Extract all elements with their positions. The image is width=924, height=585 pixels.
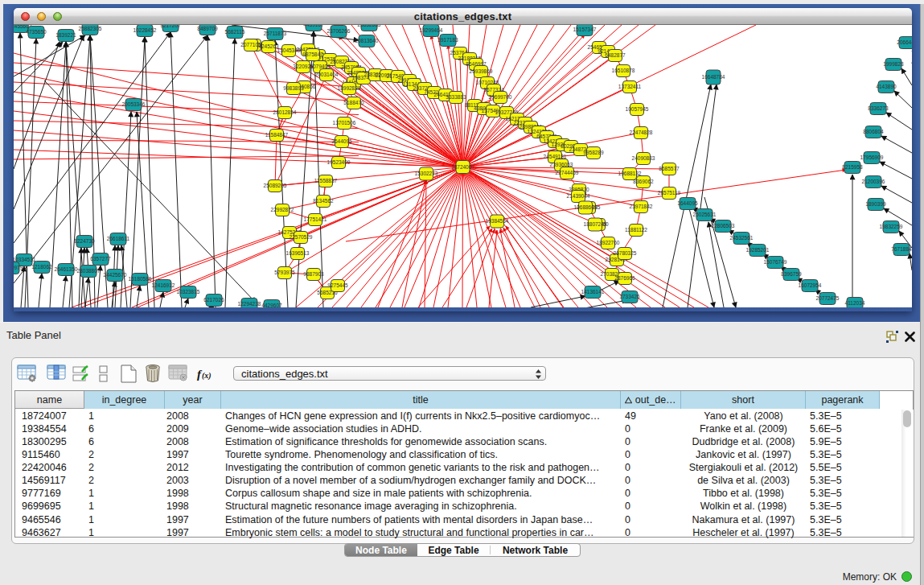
svg-text:20053346: 20053346 [122,101,146,107]
svg-text:15180586: 15180586 [129,276,152,282]
svg-text:3333883: 3333883 [446,94,466,100]
svg-text:10323815: 10323815 [177,289,200,295]
svg-text:8685577: 8685577 [659,166,680,171]
svg-text:4112034: 4112034 [845,300,865,306]
svg-text:8224730: 8224730 [74,238,95,244]
svg-text:6217026: 6217026 [203,297,224,303]
svg-text:1839221: 1839221 [55,32,76,38]
svg-text:28159979: 28159979 [14,265,23,270]
svg-text:24425670: 24425670 [104,272,127,278]
svg-text:25025631: 25025631 [693,212,717,217]
svg-text:16072954: 16072954 [799,282,822,288]
svg-text:11584847: 11584847 [265,132,289,138]
svg-text:28012854: 28012854 [273,109,297,115]
svg-text:2876966: 2876966 [614,275,635,281]
svg-text:3644095: 3644095 [331,138,352,144]
svg-text:24090883: 24090883 [632,155,655,161]
svg-text:15076749: 15076749 [764,259,787,265]
svg-text:22992872: 22992872 [271,207,294,212]
svg-text:18724007: 18724007 [451,164,474,170]
svg-text:(x): (x) [202,371,211,381]
svg-text:28575119: 28575119 [658,190,681,196]
svg-text:4245263: 4245263 [258,43,279,49]
svg-text:19299464: 19299464 [420,27,443,33]
svg-text:23971842: 23971842 [630,204,653,209]
svg-text:15302273: 15302273 [415,171,438,176]
svg-text:3917183: 3917183 [437,37,458,43]
svg-text:22744459: 22744459 [556,170,579,175]
svg-text:1218062: 1218062 [31,264,52,270]
svg-text:4429607: 4429607 [261,303,282,307]
svg-text:22806503: 22806503 [712,223,735,229]
svg-text:10688609: 10688609 [574,204,598,210]
svg-text:4735650: 4735650 [26,29,47,35]
svg-text:18922760: 18922760 [597,240,620,245]
svg-text:2066449: 2066449 [897,39,912,45]
svg-text:20813640: 20813640 [355,38,379,43]
svg-text:12294238: 12294238 [238,301,261,307]
svg-text:9887903: 9887903 [303,271,324,277]
svg-text:2077105: 2077105 [240,42,261,47]
svg-text:26780325: 26780325 [614,250,637,256]
svg-text:23706266: 23706266 [327,28,351,34]
svg-text:14136141: 14136141 [581,289,605,295]
svg-text:17956909: 17956909 [860,154,884,160]
svg-text:21439044: 21439044 [567,193,590,199]
svg-text:17751421: 17751421 [304,216,327,222]
svg-text:25852685: 25852685 [358,25,381,27]
svg-text:1999828: 1999828 [883,61,904,67]
svg-text:8134562: 8134562 [313,198,334,204]
svg-text:18992829: 18992829 [338,85,361,91]
svg-text:13701506: 13701506 [333,120,356,126]
svg-text:28038807: 28038807 [77,268,101,274]
svg-text:26939869: 26939869 [470,68,493,74]
svg-text:24532561: 24532561 [730,235,754,241]
svg-text:11881122: 11881122 [625,227,647,233]
svg-text:1644095: 1644095 [677,200,698,206]
svg-text:26618611: 26618611 [107,236,130,241]
svg-text:18807249: 18807249 [584,221,607,227]
svg-text:16510878: 16510878 [612,68,635,73]
svg-text:19523409: 19523409 [327,159,351,165]
svg-text:15157347: 15157347 [573,27,597,32]
svg-text:25711873: 25711873 [264,31,287,36]
svg-text:8396759: 8396759 [781,271,802,277]
svg-text:20031404: 20031404 [315,72,339,77]
svg-text:25882305: 25882305 [79,26,102,31]
svg-text:16396513: 16396513 [286,250,310,256]
svg-text:6482877: 6482877 [605,52,626,58]
svg-text:9983893: 9983893 [283,85,304,91]
svg-text:29699700: 29699700 [489,94,512,100]
svg-text:8336273: 8336273 [868,105,889,111]
svg-text:22474828: 22474828 [630,130,653,135]
svg-text:5793975: 5793975 [274,270,295,275]
svg-text:8489709: 8489709 [197,26,218,31]
svg-text:5188470: 5188470 [343,100,364,105]
svg-text:6357277: 6357277 [90,256,111,262]
svg-text:8369062: 8369062 [633,179,654,184]
svg-text:20772475: 20772475 [816,295,840,301]
svg-text:19688132: 19688132 [618,171,642,176]
svg-text:9217207: 9217207 [160,25,181,28]
svg-text:16648784: 16648784 [702,74,725,80]
svg-text:4143890: 4143890 [876,84,897,89]
svg-text:8806804: 8806804 [863,129,884,134]
svg-text:19285201: 19285201 [746,247,770,253]
svg-text:7671884: 7671884 [891,246,912,252]
svg-text:1890399: 1890399 [865,201,886,207]
svg-text:19384554: 19384554 [486,218,509,224]
svg-text:13732411: 13732411 [618,84,642,89]
svg-text:9275445: 9275445 [327,282,348,288]
svg-text:25089205: 25089205 [264,183,287,188]
svg-text:10228452: 10228452 [133,27,157,33]
svg-text:21200396: 21200396 [862,179,885,184]
svg-text:11558837: 11558837 [314,178,338,183]
svg-text:10057945: 10057945 [626,106,649,112]
svg-text:19832259: 19832259 [880,224,903,229]
svg-text:26461350: 26461350 [55,266,78,272]
svg-text:12416912: 12416912 [152,282,175,288]
svg-text:9875847: 9875847 [302,51,323,57]
svg-text:22570529: 22570529 [290,234,313,240]
svg-text:8215958: 8215958 [842,164,863,170]
svg-text:5682115: 5682115 [225,29,245,35]
